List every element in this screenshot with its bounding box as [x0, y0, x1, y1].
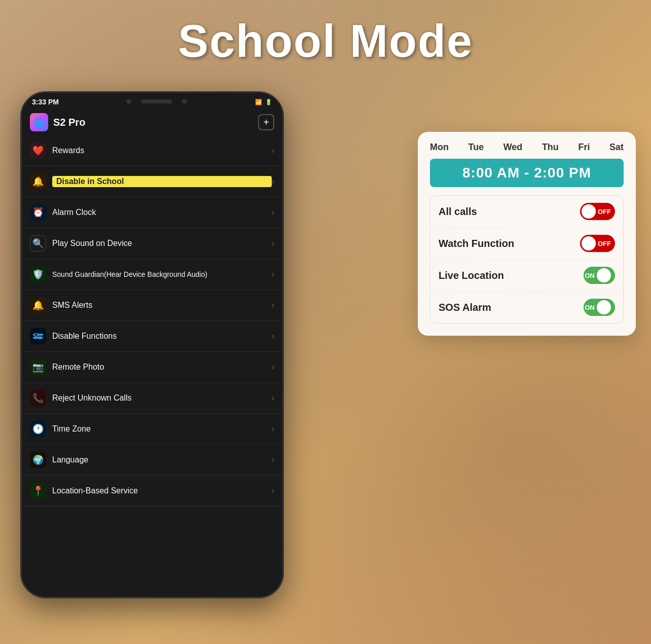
toggle-text-watch-function: OFF — [598, 240, 611, 247]
toggle-circle-all-calls — [582, 204, 596, 219]
day-fri: Fri — [578, 142, 590, 153]
menu-icon-rewards: ❤️ — [30, 142, 46, 159]
menu-label-disable-functions: Disable Functions — [52, 332, 272, 341]
menu-arrow-sms-alerts: › — [272, 301, 274, 310]
menu-item-time-zone[interactable]: 🕐 Time Zone › — [22, 414, 282, 445]
menu-label-sound-guardian: Sound Guardian(Hear Device Background Au… — [52, 270, 272, 278]
page-title: School Mode — [0, 15, 651, 67]
toggle-circle-live-location — [597, 268, 611, 282]
menu-item-reject-unknown[interactable]: 📞 Reject Unknown Calls › — [22, 383, 282, 414]
toggle-live-location[interactable]: ON — [584, 267, 616, 284]
menu-label-location-service: Location-Based Service — [52, 486, 272, 495]
toggle-text-live-location: ON — [585, 272, 595, 279]
menu-arrow-disable-functions: › — [272, 332, 274, 341]
toggle-circle-sos-alarm — [597, 300, 611, 314]
status-time: 3:33 PM — [32, 98, 59, 106]
menu-item-disable-in-school[interactable]: 🔔 Disable in School › — [22, 166, 282, 197]
toggle-circle-watch-function — [582, 236, 596, 251]
menu-label-sms-alerts: SMS Alerts — [52, 301, 272, 310]
menu-icon-play-sound: 🔍 — [30, 235, 46, 252]
toggle-sos-alarm[interactable]: ON — [584, 299, 616, 316]
menu-icon-alarm-clock: ⏰ — [30, 204, 46, 221]
app-name: S2 Pro — [53, 117, 258, 128]
day-wed: Wed — [503, 142, 523, 153]
menu-icon-time-zone: 🕐 — [30, 421, 46, 437]
menu-label-language: Language — [52, 455, 272, 464]
svg-point-2 — [34, 333, 38, 336]
svg-point-3 — [39, 336, 42, 339]
phone-notch — [126, 97, 187, 107]
day-tue: Tue — [468, 142, 484, 153]
menu-label-time-zone: Time Zone — [52, 424, 272, 434]
add-button[interactable]: + — [258, 114, 274, 130]
menu-label-disable-in-school: Disable in School — [52, 176, 272, 187]
schedule-card: Mon Tue Wed Thu Fri Sat 8:00 AM - 2:00 P… — [418, 132, 636, 336]
menu-item-language[interactable]: 🌍 Language › — [22, 445, 282, 476]
menu-label-play-sound: Play Sound on Device — [52, 239, 272, 248]
menu-arrow-sound-guardian: › — [272, 270, 274, 279]
toggle-text-all-calls: OFF — [598, 208, 611, 216]
status-bar: 3:33 PM 📶 🔋 — [22, 93, 282, 109]
menu-label-remote-photo: Remote Photo — [52, 363, 272, 372]
settings-box: All calls OFF Watch Function OFF Live Lo… — [430, 195, 624, 324]
day-sat: Sat — [609, 142, 624, 153]
menu-icon-remote-photo: 📷 — [30, 359, 46, 375]
notch-dot-2 — [182, 99, 187, 104]
menu-icon-disable-functions — [30, 328, 46, 344]
menu-item-location-service[interactable]: 📍 Location-Based Service › — [22, 476, 282, 507]
setting-row-live-location: Live Location ON — [430, 260, 623, 292]
app-logo-emoji: 🌐 — [33, 117, 45, 128]
setting-label-live-location: Live Location — [439, 270, 504, 281]
menu-icon-sound-guardian: 🛡️ — [30, 266, 46, 282]
notch-dot-1 — [126, 99, 131, 104]
menu-item-disable-functions[interactable]: Disable Functions › — [22, 321, 282, 352]
status-icons: 📶 🔋 — [255, 99, 272, 105]
app-logo: 🌐 — [30, 113, 48, 131]
menu-arrow-language: › — [272, 455, 274, 464]
menu-arrow-reject-unknown: › — [272, 393, 274, 403]
menu-icon-sms-alerts: 🔔 — [30, 297, 46, 313]
menu-item-sms-alerts[interactable]: 🔔 SMS Alerts › — [22, 290, 282, 321]
day-thu: Thu — [542, 142, 559, 153]
menu-item-rewards[interactable]: ❤️ Rewards › — [22, 135, 282, 166]
menu-icon-disable-in-school: 🔔 — [30, 173, 46, 190]
app-header: 🌐 S2 Pro + — [22, 109, 282, 135]
menu-item-sound-guardian[interactable]: 🛡️ Sound Guardian(Hear Device Background… — [22, 259, 282, 290]
setting-row-sos-alarm: SOS Alarm ON — [430, 292, 623, 323]
menu-item-alarm-clock[interactable]: ⏰ Alarm Clock › — [22, 197, 282, 228]
phone: 3:33 PM 📶 🔋 🌐 S2 Pro + — [20, 91, 284, 598]
phone-screen: 🌐 S2 Pro + ❤️ Rewards › 🔔 Disable in Sch… — [22, 109, 282, 573]
phone-container: 3:33 PM 📶 🔋 🌐 S2 Pro + — [20, 91, 284, 598]
menu-arrow-rewards: › — [272, 146, 274, 155]
toggle-all-calls[interactable]: OFF — [580, 203, 615, 220]
menu-label-rewards: Rewards — [52, 146, 272, 155]
toggle-watch-function[interactable]: OFF — [580, 235, 615, 252]
menu-icon-language: 🌍 — [30, 452, 46, 468]
menu-arrow-location-service: › — [272, 486, 274, 495]
setting-label-watch-function: Watch Function — [439, 238, 514, 249]
menu-label-alarm-clock: Alarm Clock — [52, 208, 272, 217]
menu-arrow-play-sound: › — [272, 239, 274, 248]
time-bar: 8:00 AM - 2:00 PM — [430, 159, 624, 187]
menu-arrow-remote-photo: › — [272, 363, 274, 372]
notch-bar — [141, 99, 172, 103]
menu-arrow-disable-in-school: › — [272, 177, 274, 186]
setting-label-all-calls: All calls — [439, 206, 477, 218]
menu-list: ❤️ Rewards › 🔔 Disable in School › ⏰ Ala… — [22, 135, 282, 573]
setting-row-all-calls: All calls OFF — [430, 196, 623, 228]
menu-arrow-alarm-clock: › — [272, 208, 274, 217]
menu-icon-reject-unknown: 📞 — [30, 390, 46, 406]
battery-icon: 🔋 — [265, 99, 272, 105]
days-row: Mon Tue Wed Thu Fri Sat — [430, 142, 624, 153]
menu-arrow-time-zone: › — [272, 424, 274, 434]
setting-row-watch-function: Watch Function OFF — [430, 228, 623, 260]
time-range: 8:00 AM - 2:00 PM — [462, 165, 591, 181]
menu-item-remote-photo[interactable]: 📷 Remote Photo › — [22, 352, 282, 383]
day-mon: Mon — [430, 142, 449, 153]
menu-item-play-sound[interactable]: 🔍 Play Sound on Device › — [22, 228, 282, 259]
setting-label-sos-alarm: SOS Alarm — [439, 302, 491, 313]
toggle-text-sos-alarm: ON — [585, 304, 595, 311]
menu-icon-location-service: 📍 — [30, 483, 46, 499]
menu-label-reject-unknown: Reject Unknown Calls — [52, 393, 272, 403]
wifi-icon: 📶 — [255, 99, 262, 105]
